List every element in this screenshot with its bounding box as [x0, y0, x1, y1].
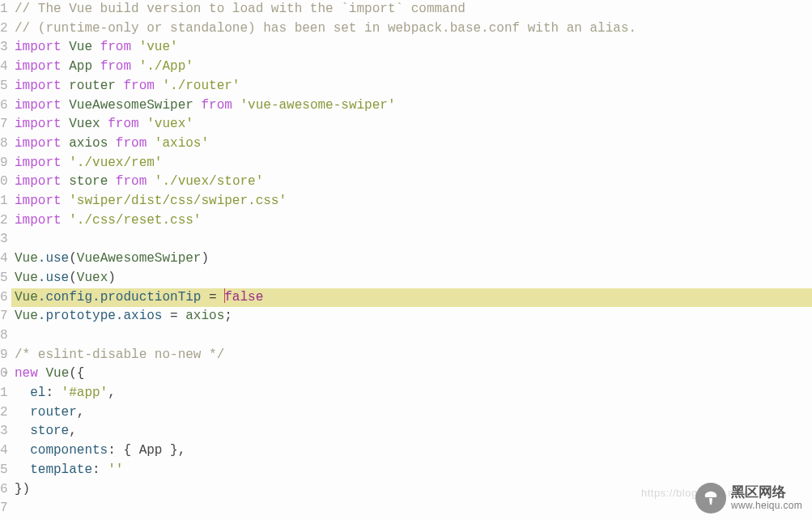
line-number: 4 — [0, 58, 8, 77]
identifier: VueAwesomeSwiper — [77, 251, 202, 266]
identifier: store — [69, 174, 108, 189]
line-number: 3 — [0, 38, 8, 58]
identifier: Vue — [15, 309, 38, 323]
line-number: 0 — [0, 173, 8, 192]
code-line[interactable]: import axios from 'axios' — [15, 134, 812, 154]
keyword: import — [15, 79, 62, 93]
code-line[interactable]: import VueAwesomeSwiper from 'vue-awesom… — [15, 96, 812, 116]
property: el — [30, 386, 45, 400]
keyword: import — [15, 136, 62, 151]
line-number-gutter: 123456789012345678901234567 — [0, 0, 11, 520]
code-line[interactable] — [15, 499, 812, 518]
code-line[interactable]: Vue.use(Vuex) — [15, 269, 812, 288]
identifier: Vue — [15, 290, 38, 305]
code-line[interactable]: /* eslint-disable no-new */ — [15, 346, 812, 365]
keyword: from — [123, 79, 154, 93]
watermark: 黑区网络 www.heiqu.com — [695, 483, 802, 514]
code-line[interactable]: router, — [15, 403, 812, 423]
code-line[interactable]: // (runtime-only or standalone) has been… — [15, 19, 812, 39]
code-line[interactable]: import App from './App' — [15, 58, 812, 77]
code-line[interactable]: import Vuex from 'vuex' — [15, 115, 812, 134]
code-line[interactable]: Vue.config.productionTip = false — [11, 288, 812, 308]
keyword: import — [15, 194, 62, 208]
identifier: Vue — [15, 271, 38, 285]
line-number: 7 — [0, 307, 8, 326]
keyword: new — [15, 366, 38, 381]
line-number: 5 — [0, 461, 8, 480]
code-line[interactable]: ▾new Vue({ — [15, 364, 812, 384]
keyword: from — [116, 174, 147, 189]
string: 'vue-awesome-swiper' — [240, 98, 395, 113]
line-number: 9 — [0, 346, 8, 365]
identifier: Vuex — [77, 271, 108, 285]
string: './vuex/store' — [155, 174, 263, 189]
code-line[interactable]: components: { App }, — [15, 441, 812, 461]
comment: /* eslint-disable no-new */ — [15, 347, 224, 362]
keyword: import — [15, 174, 62, 189]
identifier: Vue — [69, 40, 92, 54]
line-number: 1 — [0, 192, 8, 211]
keyword: from — [116, 136, 147, 151]
line-number: 6 — [0, 288, 8, 308]
line-number: 4 — [0, 249, 8, 269]
identifier: Vue — [15, 251, 38, 266]
watermark-title: 黑区网络 — [731, 484, 802, 501]
identifier: axios — [185, 309, 224, 323]
code-line[interactable]: Vue.use(VueAwesomeSwiper) — [15, 249, 812, 269]
line-number: 2 — [0, 19, 8, 39]
string: './App' — [139, 59, 193, 74]
line-number: 3 — [0, 230, 8, 249]
code-line[interactable]: import './css/reset.css' — [15, 211, 812, 231]
code-line[interactable]: store, — [15, 422, 812, 441]
string: './router' — [162, 79, 240, 93]
line-number: 9 — [0, 154, 8, 173]
code-line[interactable]: import './vuex/rem' — [15, 154, 812, 173]
code-line[interactable]: import 'swiper/dist/css/swiper.css' — [15, 192, 812, 211]
keyword: import — [15, 98, 62, 113]
line-number: 6 — [0, 480, 8, 500]
code-line[interactable]: el: '#app', — [15, 384, 812, 403]
code-area[interactable]: // The Vue build version to load with th… — [11, 0, 812, 520]
identifier: VueAwesomeSwiper — [69, 98, 193, 113]
string: 'vuex' — [147, 117, 193, 131]
string: 'swiper/dist/css/swiper.css' — [69, 194, 287, 208]
string: 'vue' — [139, 40, 178, 54]
code-line[interactable]: import router from './router' — [15, 77, 812, 96]
line-number: 8 — [0, 134, 8, 154]
line-number: 2 — [0, 211, 8, 231]
property: template — [30, 462, 92, 477]
comment: // (runtime-only or standalone) has been… — [15, 21, 636, 36]
code-line[interactable]: import store from './vuex/store' — [15, 173, 812, 192]
line-number: 5 — [0, 269, 8, 288]
code-line[interactable] — [15, 230, 812, 249]
fold-icon[interactable]: ▾ — [3, 364, 11, 384]
keyword: from — [201, 98, 232, 113]
code-line[interactable] — [15, 326, 812, 346]
identifier: router — [69, 79, 116, 93]
string: '' — [108, 462, 123, 477]
line-number: 7 — [0, 499, 8, 518]
keyword: import — [15, 59, 62, 74]
line-number: 7 — [0, 115, 8, 134]
line-number: 6 — [0, 96, 8, 116]
string: './vuex/rem' — [69, 156, 162, 170]
string: './css/reset.css' — [69, 213, 201, 228]
code-line[interactable]: // The Vue build version to load with th… — [15, 0, 812, 19]
line-number: 4 — [0, 441, 8, 461]
line-number: 8 — [0, 326, 8, 346]
line-number: 2 — [0, 403, 8, 423]
keyword: import — [15, 117, 62, 131]
property: store — [30, 424, 69, 438]
identifier: Vue — [45, 366, 69, 381]
line-number: 1 — [0, 384, 8, 403]
code-line[interactable]: template: '' — [15, 461, 812, 480]
code-line[interactable]: import Vue from 'vue' — [15, 38, 812, 58]
keyword: from — [100, 40, 131, 54]
line-number: 3 — [0, 422, 8, 441]
line-number: 5 — [0, 77, 8, 96]
watermark-url: www.heiqu.com — [731, 501, 802, 512]
boolean: false — [224, 290, 263, 305]
code-line[interactable]: Vue.prototype.axios = axios; — [15, 307, 812, 326]
string: '#app' — [62, 386, 108, 400]
property: components — [30, 443, 108, 458]
